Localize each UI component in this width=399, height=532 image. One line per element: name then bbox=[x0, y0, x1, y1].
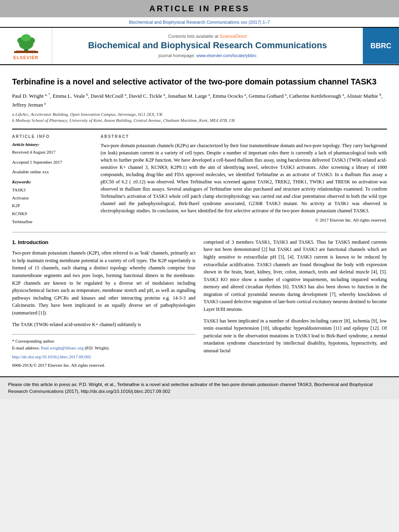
right-para1: comprised of 3 members TASK1, TASK3 and … bbox=[204, 238, 387, 313]
journal-homepage-line: journal homepage: www.elsevier.com/locat… bbox=[158, 53, 257, 58]
affiliation-a: a LifeArc, Accelerator Building, Open In… bbox=[12, 112, 387, 117]
svg-rect-6 bbox=[14, 51, 38, 53]
available-text: Available online xxx bbox=[12, 168, 93, 175]
bbrc-logo-block: BBRC bbox=[363, 28, 399, 64]
email-label: E-mail address: bbox=[12, 345, 40, 350]
email-link[interactable]: Paul.wright@lifearc.org bbox=[41, 345, 83, 350]
corresponding-label: * Corresponding author. bbox=[12, 339, 55, 343]
section-separator bbox=[12, 232, 387, 232]
right-para2: TASK3 has been implicated in a number of… bbox=[204, 317, 387, 355]
article-in-press-banner: ARTICLE IN PRESS bbox=[0, 0, 399, 17]
svg-point-4 bbox=[21, 34, 31, 41]
footer-copyright: 0006-291X/© 2017 Elsevier Inc. All right… bbox=[12, 362, 195, 369]
email-footnote: E-mail address: Paul.wright@lifearc.org … bbox=[12, 345, 195, 351]
keyword-kcnk9: KCNK9 bbox=[12, 210, 93, 218]
article-content: Terbinafine is a novel and selective act… bbox=[0, 65, 399, 376]
authors-text: Paul D. Wright a, *, Emma L. Veale b, Da… bbox=[12, 93, 383, 108]
abstract-text: Two-pore domain potassium channels (K2Ps… bbox=[101, 142, 387, 214]
abstract-copyright: © 2017 Elsevier Inc. All rights reserved… bbox=[101, 218, 387, 222]
article-info-col: ARTICLE INFO Article history: Received 4… bbox=[12, 134, 93, 226]
introduction-heading: 1. Introduction bbox=[12, 238, 195, 246]
keyword-task3: TASK3 bbox=[12, 186, 93, 194]
affiliation-b: b Medway School of Pharmacy, University … bbox=[12, 118, 387, 123]
email-person: (P.D. Wright). bbox=[85, 345, 110, 350]
abstract-col: ABSTRACT Two-pore domain potassium chann… bbox=[101, 134, 387, 226]
intro-para1: Two-pore domain potassium channels (K2P)… bbox=[12, 249, 195, 316]
footnote-section: * Corresponding author. E-mail address: … bbox=[12, 334, 195, 368]
intro-para2-text: The TASK (TWIK-related acid-sensitive K+… bbox=[12, 322, 141, 327]
keywords-list: TASK3 Activator K2P KCNK9 Terbinafine bbox=[12, 186, 93, 226]
body-left-col: 1. Introduction Two-pore domain potassiu… bbox=[12, 238, 195, 368]
article-info-heading: ARTICLE INFO bbox=[12, 134, 93, 139]
body-section: 1. Introduction Two-pore domain potassiu… bbox=[12, 238, 387, 368]
science-direct-link[interactable]: ScienceDirect bbox=[220, 34, 247, 39]
journal-title-block: Contents lists available at ScienceDirec… bbox=[52, 28, 363, 64]
journal-main-title: Biochemical and Biophysical Research Com… bbox=[88, 40, 327, 51]
abstract-heading: ABSTRACT bbox=[101, 134, 387, 139]
bbrc-logo-text: BBRC bbox=[370, 42, 391, 50]
journal-citation: Biochemical and Biophysical Research Com… bbox=[0, 17, 399, 27]
elsevier-logo-block: ELSEVIER bbox=[0, 28, 52, 64]
intro-para2: The TASK (TWIK-related acid-sensitive K+… bbox=[12, 321, 195, 329]
article-title: Terbinafine is a novel and selective act… bbox=[12, 76, 387, 87]
accepted-text: Accepted 1 September 2017 bbox=[12, 159, 93, 166]
journal-header: ELSEVIER Contents lists available at Sci… bbox=[0, 27, 399, 64]
keyword-terbinafine: Terbinafine bbox=[12, 218, 93, 226]
homepage-label: journal homepage: bbox=[158, 53, 195, 58]
citation-box: Please cite this article in press as: P.… bbox=[0, 376, 399, 399]
keyword-k2p: K2P bbox=[12, 202, 93, 210]
doi-link[interactable]: http://dx.doi.org/10.1016/j.bbrc.2017.09… bbox=[12, 353, 195, 360]
homepage-url[interactable]: www.elsevier.com/locate/ybbrc bbox=[196, 53, 257, 58]
keywords-label: Keywords: bbox=[12, 179, 93, 184]
science-direct-label: Contents lists available at bbox=[168, 34, 218, 39]
article-info-abstract-section: ARTICLE INFO Article history: Received 4… bbox=[12, 129, 387, 226]
science-direct-line: Contents lists available at ScienceDirec… bbox=[168, 34, 247, 39]
authors-line: Paul D. Wright a, *, Emma L. Veale b, Da… bbox=[12, 92, 387, 109]
keyword-activator: Activator bbox=[12, 194, 93, 202]
elsevier-tree-icon bbox=[10, 32, 42, 54]
elsevier-label: ELSEVIER bbox=[13, 55, 38, 60]
corresponding-author: * Corresponding author. bbox=[12, 338, 195, 345]
history-label: Article history: bbox=[12, 142, 93, 147]
received-text: Received 4 August 2017 bbox=[12, 149, 93, 156]
body-right-col: comprised of 3 members TASK1, TASK3 and … bbox=[204, 238, 387, 368]
